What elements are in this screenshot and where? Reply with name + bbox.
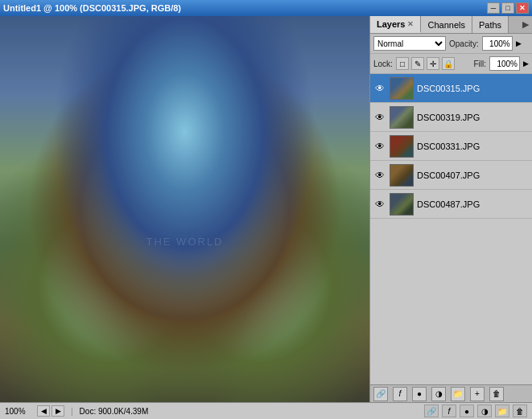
status-icon-6[interactable]: 🗑 [513,405,527,417]
delete-layer-button[interactable]: 🗑 [489,387,504,401]
canvas-image [0,16,369,402]
opacity-arrow-icon[interactable]: ▶ [516,39,522,47]
adjustment-layer-button[interactable]: ◑ [431,387,446,401]
panel-options-arrow[interactable]: ▶ [519,19,532,30]
tab-paths[interactable]: Paths [472,16,509,33]
nav-next-button[interactable]: ▶ [52,405,64,417]
status-icon-1[interactable]: 🔗 [424,405,439,417]
window-controls: ─ □ ✕ [487,2,529,14]
opacity-input[interactable] [482,36,513,51]
nav-prev-button[interactable]: ◀ [37,405,50,417]
layer-item[interactable]: 👁 DSC00407.JPG [370,161,532,190]
fill-arrow-icon[interactable]: ▶ [523,60,529,68]
canvas-watermark: THE WORLD [146,236,224,248]
layer-item[interactable]: 👁 DSC00319.JPG [370,103,532,132]
tab-channels[interactable]: Channels [421,16,472,33]
document-info: Doc: 900.0K/4.39M [80,407,418,416]
lock-icons: □ ✎ ✛ 🔒 [396,57,455,70]
main-layout: THE WORLD Layers ✕ Channels Paths ▶ Norm… [0,16,532,402]
layer-thumbnail [390,77,414,100]
layer-name: DSC00487.JPG [417,199,529,209]
canvas-nav: ◀ ▶ [37,405,64,417]
layer-name: DSC00319.JPG [417,113,529,122]
layer-name: DSC00407.JPG [417,170,529,180]
layers-list: 👁 DSC00315.JPG 👁 DSC00319.JPG 👁 DSC00331… [370,74,532,384]
right-panel: Layers ✕ Channels Paths ▶ Normal Opacity… [369,16,532,402]
opacity-label: Opacity: [449,39,479,48]
panel-tabs: Layers ✕ Channels Paths ▶ [370,16,532,34]
layer-name: DSC00315.JPG [417,84,529,93]
fill-label: Fill: [473,60,486,68]
minimize-button[interactable]: ─ [487,2,500,14]
zoom-level: 100% [5,407,31,416]
layer-item[interactable]: 👁 DSC00487.JPG [370,190,532,219]
layer-visibility-icon[interactable]: 👁 [373,169,386,182]
lock-label: Lock: [373,60,393,68]
layer-thumbnail [390,193,414,216]
layer-mask-button[interactable]: ● [412,387,427,401]
close-button[interactable]: ✕ [516,2,529,14]
link-layers-button[interactable]: 🔗 [373,387,388,401]
layer-thumbnail [390,106,414,129]
panel-bottom-bar: 🔗 f ● ◑ 📁 + 🗑 [370,384,532,402]
layer-visibility-icon[interactable]: 👁 [373,82,386,95]
fill-input[interactable] [489,56,520,71]
window-title: Untitled1 @ 100% (DSC00315.JPG, RGB/8) [3,3,181,13]
layer-effects-button[interactable]: f [393,387,407,401]
layer-item[interactable]: 👁 DSC00331.JPG [370,132,532,161]
lock-move-icon[interactable]: ✛ [427,57,439,70]
lock-paint-icon[interactable]: ✎ [411,57,424,70]
status-bar: 100% ◀ ▶ | Doc: 900.0K/4.39M 🔗 f ● ◑ 📁 🗑 [0,402,532,419]
layer-name: DSC00331.JPG [417,142,529,151]
lock-row: Lock: □ ✎ ✛ 🔒 Fill: ▶ [370,54,532,74]
layer-visibility-icon[interactable]: 👁 [373,111,386,124]
title-bar: Untitled1 @ 100% (DSC00315.JPG, RGB/8) ─… [0,0,532,16]
canvas-area[interactable]: THE WORLD [0,16,369,402]
blend-mode-row: Normal Opacity: ▶ [370,34,532,54]
blend-mode-select[interactable]: Normal [373,36,446,51]
status-icon-5[interactable]: 📁 [495,405,509,417]
layer-thumbnail [390,135,414,158]
new-layer-button[interactable]: + [470,387,485,401]
status-icon-4[interactable]: ◑ [477,405,492,417]
group-layers-button[interactable]: 📁 [451,387,465,401]
status-right-icons: 🔗 f ● ◑ 📁 🗑 [424,405,527,417]
layer-visibility-icon[interactable]: 👁 [373,140,386,153]
tab-layers-close[interactable]: ✕ [407,20,414,28]
layer-thumbnail [390,164,414,187]
status-icon-2[interactable]: f [442,405,456,417]
tab-layers[interactable]: Layers ✕ [370,16,421,33]
status-icon-3[interactable]: ● [460,405,474,417]
lock-all-icon[interactable]: 🔒 [442,57,455,70]
layer-visibility-icon[interactable]: 👁 [373,198,386,211]
lock-transparent-icon[interactable]: □ [396,57,409,70]
maximize-button[interactable]: □ [501,2,514,14]
layer-item[interactable]: 👁 DSC00315.JPG [370,74,532,103]
